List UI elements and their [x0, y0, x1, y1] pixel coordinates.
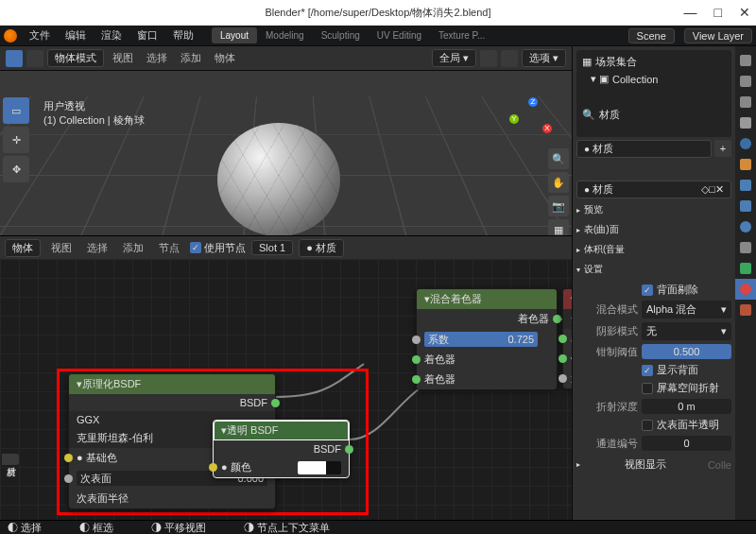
mix-node-header[interactable]: ▾ 混合着色器	[417, 289, 557, 309]
menu-help[interactable]: 帮助	[166, 26, 200, 44]
principled-header[interactable]: ▾ 原理化BSDF	[69, 374, 275, 394]
subsurface-trans-toggle[interactable]	[642, 420, 653, 431]
scene-selector[interactable]: Scene	[628, 28, 675, 43]
panel-viewport-display[interactable]: 视图显示Colle	[576, 456, 731, 474]
select-box-tool[interactable]: ▭	[3, 97, 29, 124]
status-context: ◑ 节点上下文菜单	[244, 521, 330, 535]
panel-surface[interactable]: 表(曲)面	[576, 221, 731, 238]
menu-render[interactable]: 渲染	[94, 26, 129, 44]
material-output-node[interactable]: ▾ 材质 全部 表(曲)面 体积(音 置	[562, 288, 572, 389]
zoom-icon[interactable]: 🔍	[548, 148, 569, 169]
ne-add[interactable]: 添加	[118, 239, 148, 257]
orientation-selector[interactable]: 全局▾	[432, 49, 476, 67]
refract-depth[interactable]: 0 m	[642, 399, 731, 414]
cursor-tool-icon[interactable]	[6, 50, 23, 67]
show-backface-toggle[interactable]: ✓	[642, 365, 653, 376]
transparent-header[interactable]: ▾ 透明 BSDF	[214, 421, 349, 440]
vp-view[interactable]: 视图	[108, 49, 138, 67]
status-select: ◐ 选择	[8, 521, 42, 535]
matout-header[interactable]: ▾ 材质	[563, 289, 572, 309]
outliner-scene-collection[interactable]: ▦ 场景集合	[579, 53, 729, 71]
cursor-tool[interactable]: ✛	[3, 127, 29, 153]
workspace-layout[interactable]: Layout	[212, 27, 257, 43]
icosphere-mesh[interactable]	[217, 123, 340, 236]
vp-select[interactable]: 选择	[142, 49, 172, 67]
output-tab[interactable]	[735, 71, 756, 92]
outliner-search[interactable]: 🔍 材质	[579, 106, 729, 124]
constraints-tab[interactable]	[735, 237, 756, 258]
panel-volume[interactable]: 体积(音量	[576, 241, 731, 258]
ne-select[interactable]: 选择	[82, 239, 112, 257]
matout-disp: 置	[563, 369, 572, 388]
close-button[interactable]: ✕	[739, 5, 750, 20]
transparent-bsdf-node[interactable]: ▾ 透明 BSDF BSDF ● 颜色	[213, 420, 350, 478]
menu-file[interactable]: 文件	[23, 26, 57, 44]
shadow-mode-select[interactable]: 无▾	[642, 322, 731, 340]
shader-node-editor[interactable]: 物体 视图 选择 添加 节点 ✓使用节点 Slot 1 ●材质 ▾ 混合着色器 …	[0, 236, 572, 520]
panel-settings[interactable]: 设置	[576, 261, 731, 278]
menu-window[interactable]: 窗口	[130, 26, 164, 44]
workspace-modeling[interactable]: Modeling	[257, 27, 313, 43]
ne-mode[interactable]: 物体	[5, 239, 41, 257]
mix-fac[interactable]: 系数0.725	[417, 329, 557, 350]
transparent-color[interactable]: ● 颜色	[214, 457, 349, 477]
maximize-button[interactable]: □	[714, 5, 722, 20]
outliner-collection[interactable]: ▾ ▣ Collection	[579, 71, 729, 87]
viewlayer-tab[interactable]	[735, 92, 756, 112]
add-slot-icon[interactable]: +	[714, 140, 731, 157]
modifier-tab[interactable]	[735, 175, 756, 196]
minimize-button[interactable]: —	[684, 5, 697, 20]
panel-preview[interactable]: 预览	[576, 201, 731, 218]
camera-icon[interactable]: 📷	[548, 196, 569, 216]
matout-volume: 体积(音	[563, 349, 572, 369]
clip-threshold[interactable]: 0.500	[642, 344, 731, 359]
menu-edit[interactable]: 编辑	[59, 26, 93, 44]
viewport-info: 用户透视 (1) Collection | 棱角球	[43, 99, 145, 129]
scene-tab[interactable]	[735, 112, 756, 133]
ne-node[interactable]: 节点	[154, 239, 184, 257]
workspace-sculpting[interactable]: Sculpting	[313, 27, 369, 43]
viewport-3d[interactable]: 用户透视 (1) Collection | 棱角球 ▭ ✛ ✥ Z Y X 🔍 …	[0, 71, 572, 236]
ne-view[interactable]: 视图	[46, 239, 77, 257]
physics-tab[interactable]	[735, 216, 756, 237]
node-editor-header: 物体 视图 选择 添加 节点 ✓使用节点 Slot 1 ●材质	[0, 236, 572, 259]
proportional-icon[interactable]	[501, 50, 518, 67]
mesh-tab[interactable]	[735, 258, 756, 279]
ssr-toggle[interactable]	[642, 383, 653, 394]
object-tab[interactable]	[735, 154, 756, 175]
window-title: Blender* [/home/super/Desktop/物体消失2.blen…	[265, 6, 490, 20]
workspace-uv[interactable]: UV Editing	[369, 27, 430, 43]
persp-icon[interactable]: ▦	[548, 219, 569, 236]
mode-selector[interactable]: 物体模式	[47, 49, 104, 67]
outliner[interactable]: ▦ 场景集合 ▾ ▣ Collection 🔍 材质	[576, 50, 731, 137]
move-tool[interactable]: ✥	[3, 156, 29, 182]
principled-out: BSDF	[69, 394, 275, 411]
blend-mode-select[interactable]: Alpha 混合▾	[642, 301, 731, 319]
status-bar: ◐ 选择 ◐ 框选 ◑ 平移视图 ◑ 节点上下文菜单	[0, 520, 756, 534]
render-tab[interactable]	[735, 50, 756, 71]
material-side-tab[interactable]: 材质	[2, 454, 19, 465]
matout-all[interactable]: 全部	[563, 309, 572, 329]
nav-gizmo[interactable]: Z Y X	[509, 97, 557, 145]
workspace-texture[interactable]: Texture P...	[430, 27, 493, 43]
world-tab[interactable]	[735, 133, 756, 154]
backface-cull-toggle[interactable]: ✓	[642, 284, 653, 296]
material-slot[interactable]: ● 材质	[576, 140, 712, 158]
mix-shader-node[interactable]: ▾ 混合着色器 着色器 系数0.725 着色器 着色器	[416, 288, 558, 390]
viewlayer-selector[interactable]: View Layer	[684, 28, 752, 43]
material-name-field[interactable]: ●材质	[299, 239, 344, 257]
particle-tab[interactable]	[735, 196, 756, 216]
slot-selector[interactable]: Slot 1	[251, 240, 293, 255]
pass-index[interactable]: 0	[642, 436, 731, 451]
texture-tab[interactable]	[735, 300, 756, 320]
material-datablock[interactable]: ● 材质◇□✕	[576, 181, 731, 198]
snap-icon[interactable]	[480, 50, 497, 67]
vp-add[interactable]: 添加	[176, 49, 206, 67]
use-nodes-toggle[interactable]: ✓使用节点	[190, 241, 246, 255]
pan-icon[interactable]: ✋	[548, 172, 569, 193]
options-dropdown[interactable]: 选项▾	[522, 49, 566, 67]
mix-in-b: 着色器	[417, 370, 557, 389]
vp-object[interactable]: 物体	[210, 49, 240, 67]
select-tool-icon[interactable]	[26, 50, 43, 67]
material-tab[interactable]	[735, 279, 756, 300]
